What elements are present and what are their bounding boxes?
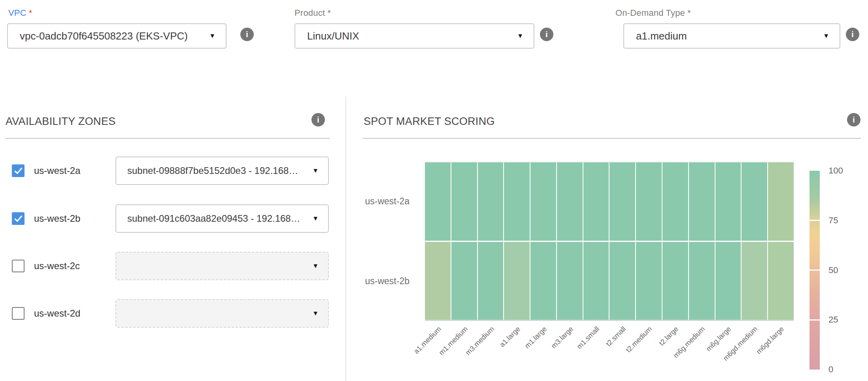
chevron-down-icon: ▼ xyxy=(823,32,829,40)
heatmap-cell[interactable] xyxy=(636,162,662,241)
required-asterisk: * xyxy=(29,8,32,18)
heatmap-cell[interactable] xyxy=(504,162,530,241)
heatmap-row-label: us-west-2b xyxy=(348,241,409,321)
zone-checkbox-us-west-2c[interactable] xyxy=(12,260,25,272)
chevron-down-icon: ▼ xyxy=(312,262,319,270)
colorbar-tick-label: 0 xyxy=(828,364,833,375)
subnet-select-value: subnet-09888f7be5152d0e3 - 192.168… xyxy=(127,165,298,176)
heatmap-cell[interactable] xyxy=(557,162,583,241)
spot-market-scoring-title: SPOT MARKET SCORING xyxy=(364,115,495,128)
heatmap-cell[interactable] xyxy=(609,242,635,320)
heatmap-x-label: a1.medium xyxy=(381,325,443,381)
on-demand-type-select-value: a1.medium xyxy=(636,30,687,42)
product-label: Product* xyxy=(294,8,331,18)
heatmap-cell[interactable] xyxy=(609,162,635,241)
on-demand-type-label: On-Demand Type* xyxy=(615,8,691,18)
chevron-down-icon: ▼ xyxy=(209,32,215,40)
heatmap-cell[interactable] xyxy=(768,162,794,241)
availability-zones-title: AVAILABILITY ZONES xyxy=(6,115,116,128)
heatmap-row-labels: us-west-2aus-west-2b xyxy=(348,162,409,321)
on-demand-type-info-icon[interactable]: i xyxy=(846,28,859,41)
heatmap-cell[interactable] xyxy=(451,242,477,320)
chevron-down-icon: ▼ xyxy=(517,32,523,40)
zone-label: us-west-2c xyxy=(34,260,80,272)
zone-label: us-west-2d xyxy=(34,308,80,319)
heatmap-cell[interactable] xyxy=(689,162,715,241)
heatmap-cell[interactable] xyxy=(768,242,794,320)
zone-checkbox-us-west-2a[interactable] xyxy=(12,164,25,177)
subnet-select-us-west-2b[interactable]: subnet-091c603aa82e09453 - 192.168… ▼ xyxy=(115,204,329,233)
on-demand-type-select[interactable]: a1.medium ▼ xyxy=(623,23,840,49)
heatmap-cell[interactable] xyxy=(583,162,609,241)
heatmap-cell[interactable] xyxy=(662,162,688,241)
availability-zones-info-icon[interactable]: i xyxy=(311,113,325,126)
subnet-select-us-west-2a[interactable]: subnet-09888f7be5152d0e3 - 192.168… ▼ xyxy=(115,157,329,185)
colorbar-tick-labels: 1007550250 xyxy=(828,171,856,370)
heatmap-cell[interactable] xyxy=(742,242,767,320)
heatmap-cell[interactable] xyxy=(425,162,451,241)
heatmap-cell[interactable] xyxy=(478,162,504,241)
heatmap-cell[interactable] xyxy=(451,162,477,241)
availability-zones-divider xyxy=(6,138,330,139)
zone-row-us-west-2b: us-west-2b subnet-091c603aa82e09453 - 19… xyxy=(12,204,329,233)
colorbar-tick-label: 25 xyxy=(828,315,838,325)
heatmap-cell[interactable] xyxy=(530,242,556,320)
vpc-info-icon[interactable]: i xyxy=(240,28,254,41)
colorbar-tick-label: 50 xyxy=(828,265,838,275)
heatmap-cell[interactable] xyxy=(715,162,741,241)
check-icon xyxy=(13,166,23,176)
heatmap-cell[interactable] xyxy=(583,242,609,320)
heatmap-cell[interactable] xyxy=(557,242,583,320)
product-select-value: Linux/UNIX xyxy=(307,30,359,42)
chevron-down-icon: ▼ xyxy=(312,310,319,317)
colorbar-tick-gap xyxy=(810,319,820,321)
heatmap-cell[interactable] xyxy=(530,162,556,241)
heatmap-cell[interactable] xyxy=(504,242,530,320)
heatmap-x-axis-labels: a1.mediumm1.mediumm3.mediuma1.largem1.la… xyxy=(425,325,794,381)
subnet-select-value: subnet-091c603aa82e09453 - 192.168… xyxy=(127,213,300,224)
vpc-select-value: vpc-0adcb70f645508223 (EKS-VPC) xyxy=(20,30,188,42)
product-select[interactable]: Linux/UNIX ▼ xyxy=(294,23,534,49)
zone-row-us-west-2a: us-west-2a subnet-09888f7be5152d0e3 - 19… xyxy=(12,157,329,185)
heatmap-cell[interactable] xyxy=(636,242,662,320)
heatmap-cell[interactable] xyxy=(662,242,688,320)
zone-row-us-west-2d: us-west-2d ▼ xyxy=(12,299,329,328)
heatmap-cell[interactable] xyxy=(425,242,451,320)
spot-market-scoring-divider xyxy=(362,138,861,139)
required-asterisk: * xyxy=(687,8,691,18)
zone-row-us-west-2c: us-west-2c ▼ xyxy=(12,252,329,280)
zone-checkbox-us-west-2d[interactable] xyxy=(12,307,25,320)
colorbar-tick-gap xyxy=(810,270,820,271)
chevron-down-icon: ▼ xyxy=(312,215,319,222)
heatmap-row-label: us-west-2a xyxy=(348,162,409,241)
colorbar-tick-gap xyxy=(810,220,820,221)
vpc-label: VPC* xyxy=(8,8,32,18)
heatmap-cell[interactable] xyxy=(742,162,767,241)
required-asterisk: * xyxy=(327,8,331,18)
heatmap-cell[interactable] xyxy=(478,242,504,320)
heatmap-cell[interactable] xyxy=(715,242,741,320)
chevron-down-icon: ▼ xyxy=(312,167,319,174)
zone-label: us-west-2a xyxy=(34,165,80,176)
heatmap xyxy=(425,162,794,321)
subnet-select-us-west-2c[interactable]: ▼ xyxy=(115,252,329,280)
colorbar-tick-label: 75 xyxy=(828,215,838,226)
section-divider xyxy=(345,97,346,381)
heatmap-cell[interactable] xyxy=(689,242,715,320)
zone-label: us-west-2b xyxy=(34,213,80,224)
colorbar-tick-label: 100 xyxy=(828,166,843,176)
vpc-select[interactable]: vpc-0adcb70f645508223 (EKS-VPC) ▼ xyxy=(7,23,226,49)
subnet-select-us-west-2d[interactable]: ▼ xyxy=(115,299,329,328)
spot-market-scoring-info-icon[interactable]: i xyxy=(847,113,860,126)
product-info-icon[interactable]: i xyxy=(540,28,553,41)
check-icon xyxy=(13,213,23,224)
zone-checkbox-us-west-2b[interactable] xyxy=(12,212,25,225)
colorbar xyxy=(810,171,820,370)
